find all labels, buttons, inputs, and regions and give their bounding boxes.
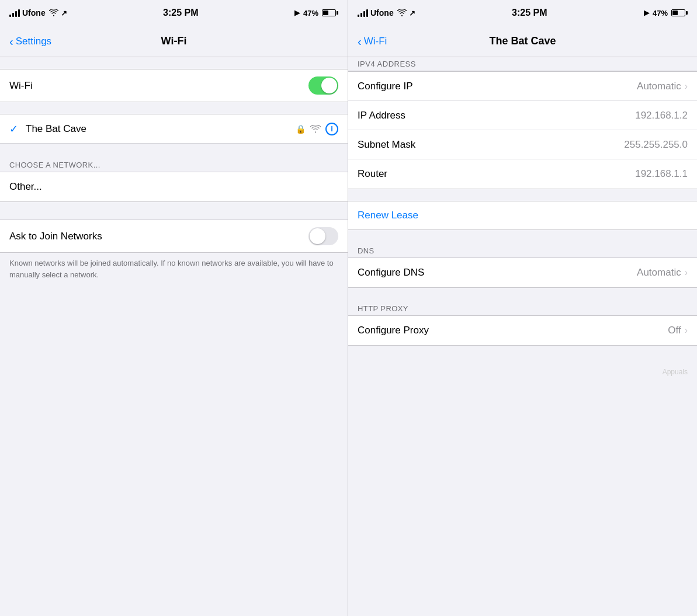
top-spacer — [0, 57, 348, 69]
left-back-button[interactable]: ‹ Settings — [9, 36, 51, 47]
right-status-bar: Ufone ↗ 3:25 PM ▶ 47% — [348, 0, 697, 26]
configure-dns-row[interactable]: Configure DNS Automatic › — [348, 258, 697, 287]
ipv4-partial-header: IPV4 ADDRESS — [348, 57, 697, 71]
subnet-mask-label: Subnet Mask — [358, 139, 415, 151]
left-nav-title: Wi-Fi — [161, 35, 187, 47]
left-back-label: Settings — [16, 36, 51, 47]
other-row[interactable]: Other... — [0, 172, 348, 201]
right-spacer1 — [348, 189, 697, 201]
ask-join-description: Known networks will be joined automatica… — [0, 253, 348, 290]
subnet-mask-row: Subnet Mask 255.255.255.0 — [348, 130, 697, 159]
http-proxy-section-body: Configure Proxy Off › — [348, 315, 697, 346]
left-battery-text: 47% — [303, 9, 318, 18]
checkmark-icon: ✓ — [9, 123, 23, 135]
ask-join-label: Ask to Join Networks — [9, 231, 102, 242]
watermark-area: Appuals — [348, 346, 697, 381]
location-icon: ↗ — [61, 9, 67, 18]
left-scroll-content: Wi-Fi ✓ The Bat Cave 🔒 — [0, 57, 348, 616]
configure-ip-value-group: Automatic › — [637, 81, 688, 92]
right-spacer3 — [348, 288, 697, 300]
configure-proxy-label: Configure Proxy — [358, 325, 429, 336]
dns-section-body: Configure DNS Automatic › — [348, 257, 697, 288]
configure-proxy-value: Off — [668, 325, 681, 336]
wifi-toggle-row: Wi-Fi — [0, 69, 348, 102]
renew-lease-label: Renew Lease — [358, 210, 418, 221]
right-nav-bar: ‹ Wi-Fi The Bat Cave — [348, 26, 697, 57]
configure-dns-chevron-icon: › — [685, 267, 688, 278]
wifi-status-icon — [49, 9, 58, 16]
left-status-carrier: Ufone ↗ — [9, 8, 67, 18]
wifi-toggle[interactable] — [308, 76, 338, 95]
lock-icon: 🔒 — [296, 124, 306, 134]
network-icons: 🔒 i — [296, 123, 338, 135]
wifi-toggle-thumb — [321, 78, 337, 93]
bat-cave-name: The Bat Cave — [26, 123, 296, 135]
configure-dns-value: Automatic — [637, 267, 681, 279]
right-spacer2 — [348, 230, 697, 242]
configure-proxy-chevron-icon: › — [685, 325, 688, 336]
choose-network-header: CHOOSE A NETWORK... — [0, 156, 348, 172]
left-status-right: ▶ 47% — [294, 9, 338, 18]
right-status-time: 3:25 PM — [512, 8, 547, 18]
info-icon-label: i — [331, 124, 333, 133]
right-status-right: ▶ 47% — [644, 9, 688, 18]
right-location-arrow-icon: ▶ — [644, 9, 649, 17]
right-signal-bars-icon — [358, 9, 368, 17]
renew-lease-row[interactable]: Renew Lease — [348, 201, 697, 230]
right-back-button[interactable]: ‹ Wi-Fi — [358, 36, 387, 47]
right-wifi-status-icon — [397, 9, 407, 16]
right-status-carrier: Ufone ↗ — [358, 8, 415, 18]
configure-ip-label: Configure IP — [358, 81, 413, 92]
spacer3 — [0, 202, 348, 220]
battery-icon — [322, 9, 338, 16]
location-arrow-icon: ▶ — [294, 9, 300, 17]
info-button[interactable]: i — [325, 123, 338, 135]
configure-proxy-value-group: Off › — [668, 325, 688, 336]
ipv4-partial-text: IPV4 ADDRESS — [358, 60, 416, 68]
other-label: Other... — [9, 181, 42, 193]
router-row: Router 192.168.1.1 — [348, 159, 697, 189]
wifi-toggle-section: Wi-Fi — [0, 69, 348, 102]
configure-ip-row[interactable]: Configure IP Automatic › — [348, 72, 697, 101]
bat-cave-row[interactable]: ✓ The Bat Cave 🔒 i — [0, 114, 348, 144]
ip-address-label: IP Address — [358, 110, 405, 121]
ask-join-toggle-thumb — [310, 228, 325, 244]
other-section: Other... — [0, 172, 348, 202]
right-panel: Ufone ↗ 3:25 PM ▶ 47% ‹ Wi-Fi — [348, 0, 697, 616]
wifi-label: Wi-Fi — [9, 80, 33, 92]
right-battery-icon — [671, 9, 688, 16]
configure-ip-chevron-icon: › — [685, 81, 688, 92]
configure-proxy-row[interactable]: Configure Proxy Off › — [348, 316, 697, 345]
left-back-chevron-icon: ‹ — [9, 36, 13, 47]
left-carrier-text: Ufone — [22, 8, 46, 18]
router-label: Router — [358, 168, 387, 180]
http-proxy-section-header: HTTP PROXY — [348, 300, 697, 315]
spacer1 — [0, 102, 348, 114]
right-back-chevron-icon: ‹ — [358, 36, 362, 47]
signal-bars-icon — [9, 9, 20, 17]
right-nav-title: The Bat Cave — [489, 35, 556, 47]
ip-address-value: 192.168.1.2 — [635, 110, 688, 121]
right-carrier-text: Ufone — [370, 8, 394, 18]
configure-dns-label: Configure DNS — [358, 267, 424, 279]
right-location-icon: ↗ — [409, 9, 415, 18]
ipv4-section: Configure IP Automatic › IP Address 192.… — [348, 71, 697, 189]
subnet-mask-value: 255.255.255.0 — [624, 139, 688, 151]
left-nav-bar: ‹ Settings Wi-Fi — [0, 26, 348, 57]
right-battery-text: 47% — [653, 9, 668, 18]
left-status-time: 3:25 PM — [163, 8, 198, 18]
bat-cave-section: ✓ The Bat Cave 🔒 i — [0, 114, 348, 144]
spacer2 — [0, 144, 348, 156]
ip-address-row: IP Address 192.168.1.2 — [348, 101, 697, 130]
ask-join-section: Ask to Join Networks — [0, 220, 348, 253]
dns-section-header: DNS — [348, 242, 697, 257]
ask-join-toggle[interactable] — [308, 227, 338, 245]
configure-ip-value: Automatic — [637, 81, 681, 92]
left-status-bar: Ufone ↗ 3:25 PM ▶ 47% — [0, 0, 348, 26]
wifi-network-icon — [310, 125, 321, 133]
ask-join-row: Ask to Join Networks — [0, 220, 348, 252]
right-scroll-content: IPV4 ADDRESS Configure IP Automatic › IP… — [348, 57, 697, 616]
configure-dns-value-group: Automatic › — [637, 267, 688, 279]
watermark-text: Appuals — [663, 368, 688, 376]
router-value: 192.168.1.1 — [635, 168, 688, 180]
